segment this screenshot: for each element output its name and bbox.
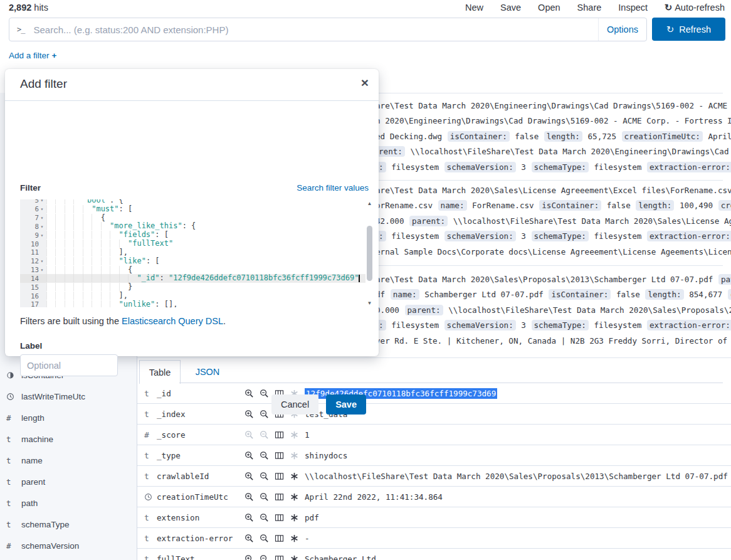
field-value-text: 3: [517, 320, 531, 330]
search-input[interactable]: >_ Search... (e.g. status:200 AND extens…: [9, 18, 647, 41]
document-summary-line: ernal Sample Docs\Corporate docs\License…: [376, 245, 731, 260]
elasticsearch-query-dsl-link[interactable]: Elasticsearch Query DSL: [122, 316, 223, 326]
field-value-text: April 22nd 2022: [703, 132, 731, 141]
sidebar-field-parent[interactable]: tparent: [0, 475, 137, 489]
detail-field-name: extraction-error: [157, 534, 241, 543]
magnify-minus-icon[interactable]: [260, 472, 269, 481]
magnify-minus-icon[interactable]: [260, 492, 269, 502]
sidebar-field-machine[interactable]: tmachine: [0, 432, 137, 446]
nav-auto-refresh[interactable]: ↻Auto-refresh: [665, 3, 725, 13]
field-name-badge: schemaVersion:: [444, 231, 516, 241]
row-actions: [245, 472, 299, 481]
sidebar-field-length[interactable]: #length: [0, 411, 137, 425]
fold-toggle-icon[interactable]: ▾: [39, 215, 45, 221]
add-filter-link[interactable]: Add a filter+: [9, 51, 56, 60]
magnify-minus-icon[interactable]: [260, 554, 269, 560]
fold-toggle-icon[interactable]: ▾: [39, 233, 45, 238]
field-name-badge: extraction-error:: [647, 162, 731, 172]
scroll-up-icon[interactable]: ▲: [366, 201, 374, 206]
query-dsl-editor[interactable]: 5▾6▾7▾8▾9▾101112▾13▾14151617 "bool": {"m…: [20, 199, 374, 307]
sidebar-field-name[interactable]: tname: [0, 453, 137, 467]
asterisk-icon[interactable]: [290, 534, 299, 543]
indent-guides: [46, 231, 119, 239]
editor-scrollbar[interactable]: ▲ ▼: [366, 199, 374, 307]
table-columns-icon[interactable]: [275, 451, 284, 460]
fold-toggle-icon[interactable]: ▾: [39, 267, 45, 273]
magnify-plus-icon[interactable]: [245, 513, 254, 522]
scroll-down-icon[interactable]: ▼: [366, 300, 374, 306]
nav-new[interactable]: New: [465, 3, 483, 13]
save-button[interactable]: Save: [326, 394, 366, 415]
table-columns-icon[interactable]: [275, 534, 284, 543]
table-columns-icon[interactable]: [275, 492, 284, 502]
nav-save[interactable]: Save: [500, 3, 521, 13]
fold-toggle-icon[interactable]: ▾: [39, 199, 45, 203]
asterisk-icon[interactable]: [290, 554, 299, 560]
fold-toggle-icon[interactable]: ▾: [39, 206, 45, 212]
magnify-plus-icon[interactable]: [245, 451, 254, 460]
sidebar-field-label: name: [21, 456, 43, 465]
table-columns-icon[interactable]: [275, 430, 284, 440]
editor-code-line: ],: [46, 248, 366, 257]
fold-toggle-icon[interactable]: ▾: [39, 224, 45, 230]
tab-table[interactable]: Table: [139, 360, 181, 384]
text-field-icon: t: [144, 409, 154, 419]
auto-refresh-icon: ↻: [665, 3, 672, 13]
magnify-minus-icon[interactable]: [260, 513, 269, 522]
detail-field-value: -: [305, 534, 310, 543]
nav-inspect[interactable]: Inspect: [618, 3, 648, 13]
field-value-text: 854,677: [685, 290, 727, 299]
magnify-minus-icon[interactable]: [260, 389, 269, 398]
nav-share[interactable]: Share: [577, 3, 602, 13]
editor-line-number: 9▾: [20, 231, 46, 240]
asterisk-icon[interactable]: [290, 472, 299, 481]
magnify-plus-icon[interactable]: [245, 472, 254, 481]
table-columns-icon[interactable]: [275, 472, 284, 481]
editor-code-line: "fields": [: [46, 231, 366, 240]
asterisk-icon[interactable]: [290, 513, 299, 522]
asterisk-icon[interactable]: [290, 430, 299, 440]
editor-line-number: 14: [20, 274, 46, 283]
field-value-text: ernal Sample Docs\Corporate docs\License…: [376, 247, 731, 256]
text-field-icon: t: [6, 477, 16, 487]
field-name-badge: parent:: [405, 305, 443, 315]
sidebar-field-path[interactable]: tpath: [0, 496, 137, 510]
filter-section-label: Filter: [20, 183, 41, 193]
document-summary-line: ver Rd. E Ste. | Kitchener, ON, Canada |…: [376, 334, 731, 349]
table-columns-icon[interactable]: [275, 554, 284, 560]
editor-line-number: 13▾: [20, 266, 46, 275]
sidebar-field-schemaType[interactable]: tschemaType: [0, 517, 137, 531]
editor-line-number: 17: [20, 300, 46, 307]
magnify-plus-icon[interactable]: [245, 554, 254, 560]
search-filter-values-link[interactable]: Search filter values: [297, 183, 369, 193]
field-value-text: are\Test Data March 2020\Engineering\Dra…: [376, 101, 731, 110]
tab-json[interactable]: JSON: [191, 360, 224, 383]
doc-detail-row: tfullTextSchamberger Ltd: [137, 549, 731, 560]
filter-label-input[interactable]: [20, 354, 118, 376]
magnify-plus-icon[interactable]: [245, 492, 254, 502]
scrollbar-thumb[interactable]: [367, 226, 372, 281]
detail-field-value: pdf: [305, 513, 319, 522]
magnify-minus-icon[interactable]: [260, 409, 269, 419]
close-icon[interactable]: ×: [361, 75, 369, 90]
magnify-minus-icon[interactable]: [260, 534, 269, 543]
field-name-badge: isContainer:: [549, 289, 611, 300]
sidebar-field-lastWriteTimeUtc[interactable]: lastWriteTimeUtc: [0, 389, 137, 403]
search-options-button[interactable]: Options: [598, 18, 646, 41]
refresh-button[interactable]: ↻ Refresh: [652, 18, 725, 41]
magnify-plus-icon[interactable]: [245, 409, 254, 419]
asterisk-icon[interactable]: [290, 451, 299, 460]
fold-toggle-icon[interactable]: ▾: [39, 258, 45, 264]
document-summary-line: 42.000 parent: \\localhost\FileShare\Tes…: [376, 214, 731, 229]
magnify-plus-icon[interactable]: [245, 534, 254, 543]
magnify-minus-icon[interactable]: [260, 451, 269, 460]
cancel-button[interactable]: Cancel: [271, 394, 318, 415]
magnify-minus-icon[interactable]: [260, 430, 269, 440]
magnify-plus-icon[interactable]: [245, 430, 254, 440]
nav-open[interactable]: Open: [538, 3, 560, 13]
editor-code-area[interactable]: "bool": {"must": [{"more_like_this": {"f…: [46, 199, 366, 307]
asterisk-icon[interactable]: [290, 492, 299, 502]
sidebar-field-schemaVersion[interactable]: #schemaVersion: [0, 539, 137, 552]
table-columns-icon[interactable]: [275, 513, 284, 522]
magnify-plus-icon[interactable]: [245, 389, 254, 398]
